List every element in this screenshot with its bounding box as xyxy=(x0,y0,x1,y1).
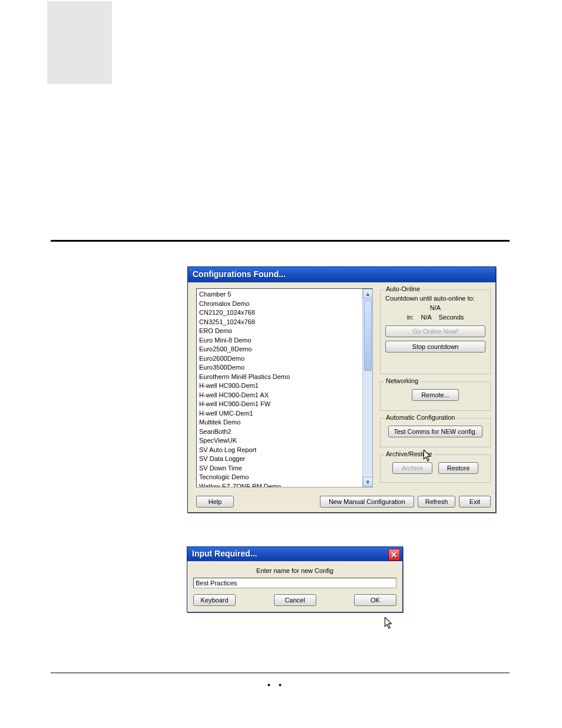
listbox-scrollbar[interactable]: ▲ ▼ xyxy=(362,289,372,487)
input-prompt: Enter name for new Config xyxy=(193,567,396,574)
networking-legend: Networking xyxy=(384,377,420,384)
list-item[interactable]: CN3251_1024x768 xyxy=(199,318,370,327)
refresh-button[interactable]: Refresh xyxy=(418,496,455,508)
list-item[interactable]: Eurotherm Mini8 Plastics Demo xyxy=(199,373,370,382)
list-item[interactable]: Chromalox Demo xyxy=(199,299,370,309)
list-item[interactable]: H-well HC900-Dem1 FW xyxy=(199,400,370,409)
list-item[interactable]: SV Down Time xyxy=(199,464,370,473)
keyboard-button[interactable]: Keyboard xyxy=(193,594,236,606)
archive-restore-group: Archive/Restore Archive Restore xyxy=(380,454,491,483)
list-item[interactable]: Euro2500_8Demo xyxy=(199,345,370,354)
scroll-up-icon[interactable]: ▲ xyxy=(363,289,373,299)
list-item[interactable]: SV Data Logger xyxy=(199,454,370,464)
horizontal-rule xyxy=(51,240,510,242)
ok-button[interactable]: OK xyxy=(354,594,396,606)
exit-button[interactable]: Exit xyxy=(459,496,491,508)
countdown-target: N/A xyxy=(385,304,485,311)
stop-countdown-button[interactable]: Stop countdown xyxy=(385,341,485,353)
networking-group: Networking Remote... xyxy=(380,381,491,411)
scroll-thumb[interactable] xyxy=(364,300,372,371)
list-item[interactable]: H-well HC900-Dem1 AX xyxy=(199,391,370,400)
dialog-title: Configurations Found... xyxy=(193,269,286,279)
footer-rule xyxy=(51,673,510,673)
new-manual-config-button[interactable]: New Manual Configuration xyxy=(320,496,414,508)
cancel-button[interactable]: Cancel xyxy=(274,594,316,606)
countdown-label: Countdown until auto-online to: xyxy=(385,295,485,302)
dialog-titlebar[interactable]: Configurations Found... xyxy=(188,267,495,282)
restore-button[interactable]: Restore xyxy=(438,462,478,474)
dialog2-title: Input Required... xyxy=(192,549,257,558)
list-item[interactable]: Chamber 5 xyxy=(199,290,370,299)
input-required-dialog: Input Required... ✕ Enter name for new C… xyxy=(187,546,403,612)
close-icon[interactable]: ✕ xyxy=(388,549,400,561)
list-item[interactable]: Euro2600Demo xyxy=(199,354,370,364)
seconds-label: Seconds xyxy=(439,314,464,321)
config-name-input[interactable] xyxy=(193,578,396,588)
in-value: N/A xyxy=(421,314,432,321)
archive-legend: Archive/Restore xyxy=(384,450,434,457)
list-item[interactable]: Watlow EZ-ZONE PM Demo xyxy=(199,482,370,488)
list-item[interactable]: SV Auto Log Report xyxy=(199,446,370,455)
in-label: in: xyxy=(407,314,414,321)
list-item[interactable]: Multitek Demo xyxy=(199,418,370,427)
list-item[interactable]: SpecViewUK xyxy=(199,436,370,446)
configurations-listbox[interactable]: Chamber 5Chromalox DemoCN2120_1024x768CN… xyxy=(196,288,373,487)
list-item[interactable]: Euro Mini-8 Demo xyxy=(199,336,370,345)
auto-online-group: Auto-Online Countdown until auto-online … xyxy=(380,289,491,374)
configurations-found-dialog: Configurations Found... Chamber 5Chromal… xyxy=(187,266,496,513)
cursor-icon xyxy=(384,617,394,629)
list-item[interactable]: H-well HC900-Dem1 xyxy=(199,381,370,391)
help-button[interactable]: Help xyxy=(196,496,234,508)
list-item[interactable]: ERO Demo xyxy=(199,327,370,336)
remote-button[interactable]: Remote... xyxy=(412,389,459,401)
decorative-gray-block xyxy=(47,1,112,84)
autoconf-legend: Automatic Configuration xyxy=(384,414,457,421)
automatic-configuration-group: Automatic Configuration Test Comms for N… xyxy=(380,418,491,447)
list-item[interactable]: H-well UMC-Dem1 xyxy=(199,409,370,419)
test-comms-button[interactable]: Test Comms for NEW config. xyxy=(388,426,482,437)
auto-online-legend: Auto-Online xyxy=(384,285,422,292)
go-online-button: Go Online Now! xyxy=(385,325,485,337)
list-item[interactable]: SeanBoth2 xyxy=(199,427,370,437)
scroll-down-icon[interactable]: ▼ xyxy=(363,477,373,487)
dialog2-titlebar[interactable]: Input Required... ✕ xyxy=(187,547,402,561)
list-item[interactable]: Tecnologic Demo xyxy=(199,473,370,482)
archive-button: Archive xyxy=(392,462,432,474)
list-item[interactable]: Euro3500Demo xyxy=(199,363,370,373)
list-item[interactable]: CN2120_1024x768 xyxy=(199,308,370,318)
footer-dots: •• xyxy=(267,680,290,690)
